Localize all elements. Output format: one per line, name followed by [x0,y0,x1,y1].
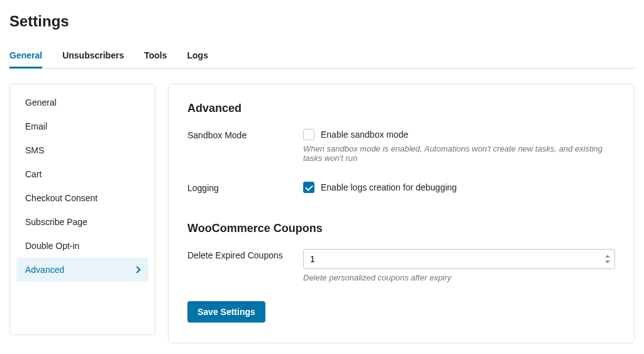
stepper-down-icon[interactable] [604,260,611,265]
stepper-up-icon[interactable] [604,254,611,259]
checkbox-sandbox-mode[interactable] [303,129,314,140]
help-text-delete-expired: Delete personalized coupons after expiry [303,273,615,282]
section-heading-coupons: WooCommerce Coupons [187,222,615,235]
section-heading-advanced: Advanced [187,102,615,115]
main-panel: Advanced Sandbox Mode Enable sandbox mod… [168,84,635,343]
tab-general[interactable]: General [9,45,42,68]
checkbox-label-sandbox: Enable sandbox mode [321,130,408,140]
label-sandbox-mode: Sandbox Mode [187,129,303,140]
tab-logs[interactable]: Logs [187,45,208,68]
tabs-nav: General Unsubscribers Tools Logs [9,45,635,69]
sidebar-item-label: Double Opt-in [25,241,79,251]
label-logging: Logging [187,182,303,193]
chevron-right-icon [133,266,140,273]
sidebar-item-sms[interactable]: SMS [16,138,148,162]
number-stepper [604,254,611,265]
checkbox-logging[interactable] [303,182,314,193]
sidebar-item-double-optin[interactable]: Double Opt-in [16,234,148,258]
sidebar-item-label: General [25,97,57,108]
sidebar-item-advanced[interactable]: Advanced [16,258,148,282]
tab-unsubscribers[interactable]: Unsubscribers [62,45,124,68]
label-delete-expired: Delete Expired Coupons [187,249,303,260]
sidebar-item-label: Advanced [25,265,64,275]
sidebar-item-general[interactable]: General [16,91,148,114]
form-row-delete-expired: Delete Expired Coupons Delete personaliz… [187,249,615,282]
sidebar-item-label: SMS [25,145,44,155]
sidebar-item-email[interactable]: Email [16,114,148,138]
sidebar-item-label: Subscribe Page [25,217,87,227]
input-delete-expired-days[interactable] [303,249,615,269]
help-text-sandbox: When sandbox mode is enabled, Automation… [303,144,615,163]
sidebar-item-label: Cart [25,169,42,179]
form-row-logging: Logging Enable logs creation for debuggi… [187,182,615,197]
sidebar-item-checkout-consent[interactable]: Checkout Consent [16,186,148,210]
sidebar-item-label: Checkout Consent [25,193,97,203]
tab-tools[interactable]: Tools [144,45,167,68]
sidebar-item-label: Email [25,121,47,131]
sidebar-item-cart[interactable]: Cart [16,162,148,186]
page-title: Settings [9,13,635,30]
sidebar-item-subscribe-page[interactable]: Subscribe Page [16,210,148,234]
checkbox-label-logging: Enable logs creation for debugging [321,182,457,192]
save-settings-button[interactable]: Save Settings [187,301,265,323]
form-row-sandbox: Sandbox Mode Enable sandbox mode When sa… [187,129,615,163]
settings-sidebar: General Email SMS Cart Checkout Consent … [9,84,155,335]
